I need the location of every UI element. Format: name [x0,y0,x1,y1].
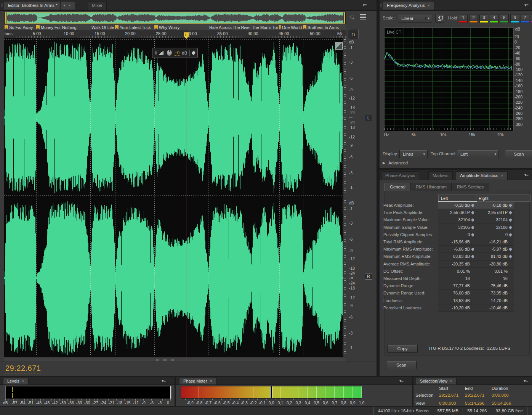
hold-button-3[interactable]: 3 [479,14,488,21]
stat-left-value[interactable]: 77,77 dB [438,282,476,290]
display-mode-icon[interactable] [360,14,366,19]
gain-hud[interactable]: +0 dB [152,48,198,58]
scrollbar-grip[interactable] [156,359,174,361]
advanced-label[interactable]: Advanced [388,161,408,165]
editor-tab-dropdown-icon[interactable]: ▼ [60,2,66,10]
subtab-general[interactable]: General [384,183,411,191]
copy-display-button[interactable] [435,14,444,23]
marker-flag-icon[interactable] [154,25,158,29]
tab-phase-analysis[interactable]: Phase Analysis [381,171,419,180]
tab-editor[interactable]: Editor: Brothers In Arms * ▼ × [4,1,75,10]
copy-stats-button[interactable]: Copy [387,345,418,353]
stat-right-value[interactable]: -32106 [476,224,514,231]
column-header-right[interactable]: Right [476,195,516,202]
hold-button-5[interactable]: 5 [500,14,509,21]
stat-right-value[interactable]: 73,95 dB [476,290,514,297]
pin-to-marker-icon[interactable] [509,204,513,208]
stat-left-value[interactable]: 2,55 dBTP [438,209,476,216]
gain-knob[interactable] [167,50,172,56]
marker-7[interactable]: One World [279,25,302,30]
pin-to-marker-icon[interactable] [471,255,475,259]
fade-out-handle[interactable] [335,42,343,50]
pin-to-marker-icon[interactable] [471,248,475,251]
tab-selection-view[interactable]: Selection/View × [416,378,457,384]
marker-flag-icon[interactable] [36,25,40,29]
stat-left-value[interactable]: -15,96 dB [438,238,476,246]
pin-to-marker-icon[interactable] [471,225,475,229]
subtab-rms-histogram[interactable]: RMS Histogram [410,183,452,191]
scale-dropdown[interactable]: Linear▼ [398,14,432,23]
phase-meter-bar[interactable] [181,386,362,399]
tab-mixer[interactable]: Mixer [88,1,107,10]
frequency-scan-button[interactable]: Scan [505,150,532,158]
pin-to-marker-icon[interactable] [471,218,475,222]
pin-to-marker-icon[interactable] [509,255,513,259]
tab-levels[interactable]: Levels × [3,378,29,384]
stats-panel-menu-icon[interactable]: ▾≡ [524,172,528,177]
pin-to-marker-icon[interactable] [509,218,513,222]
pin-to-marker-icon[interactable] [509,233,513,236]
levels-meter[interactable] [5,386,171,399]
frequency-panel-menu-icon[interactable]: ▾≡ [524,3,528,8]
stat-left-value[interactable]: -10,20 dB [438,304,476,312]
stat-right-value[interactable]: -81,42 dB [476,253,514,260]
stat-right-value[interactable]: 2,95 dBTP [476,209,514,216]
selview-view-end[interactable]: 55:14.266 [465,401,484,406]
marker-3[interactable]: Your Latest Trick [115,25,153,30]
frequency-plot[interactable]: Live CTI [384,27,514,131]
gain-value[interactable]: +0 [175,50,179,56]
selview-view-duration[interactable]: 55:14.266 [492,401,511,406]
pin-hud-icon[interactable] [191,51,196,55]
selection-view-panel-menu-icon[interactable]: ▾≡ [524,378,527,383]
tab-amplitude-statistics[interactable]: Amplitude Statistics × [456,171,508,180]
marker-5[interactable]: Ride Across The River [208,25,250,30]
marker-8[interactable]: Brothers In Arms [303,25,344,30]
stat-right-value[interactable]: -10,46 dB [476,304,514,312]
top-channel-dropdown[interactable]: Left▼ [457,150,499,158]
hold-button-6[interactable]: 6 [510,14,519,21]
display-dropdown[interactable]: Lines▼ [399,150,428,158]
editor-tab-close-icon[interactable]: × [69,3,71,8]
marker-0[interactable]: So Far Away [5,25,35,30]
hud-grip[interactable] [155,50,157,56]
selview-view-start[interactable]: 0:00.000 [439,401,456,406]
selection-view-close-icon[interactable]: × [450,379,452,383]
stat-right-value[interactable]: 32104 [476,216,514,224]
levels-panel-menu-icon[interactable]: ▾≡ [162,378,165,383]
marker-4[interactable]: Why Worry [154,25,207,30]
pin-to-marker-icon[interactable] [471,204,475,208]
stat-left-value[interactable]: -13,53 dB [438,297,476,304]
playhead-line[interactable] [186,38,186,357]
stat-right-value[interactable]: 0 [476,231,514,238]
hold-button-2[interactable]: 2 [469,14,478,21]
waveform-display[interactable] [4,38,343,357]
pin-to-marker-icon[interactable] [509,211,513,215]
hold-button-1[interactable]: 1 [459,14,468,21]
pin-to-marker-icon[interactable] [509,225,513,229]
stat-left-value[interactable]: -83,83 dB [438,253,476,260]
stat-right-value[interactable]: 16 [476,275,514,282]
channel-badge-left[interactable]: L [365,115,372,121]
pin-to-marker-icon[interactable] [471,233,475,236]
stat-left-value[interactable]: 16 [438,275,476,282]
stat-left-value[interactable]: -0,18 dB [438,202,476,209]
stat-right-value[interactable]: 75,46 dB [476,282,514,290]
waveform-overview[interactable] [5,12,346,24]
stat-right-value[interactable]: -5,97 dB [476,246,514,253]
phase-meter-close-icon[interactable]: × [210,379,212,383]
tab-markers[interactable]: Markers [428,171,453,180]
marker-flag-icon[interactable] [115,25,119,29]
marker-1[interactable]: Money For Nothing [36,25,89,30]
selview-selection-duration[interactable]: 0:00.000 [492,393,509,398]
marker-flag-icon[interactable] [279,25,281,29]
stats-scan-button[interactable]: Scan [386,361,417,369]
marker-flag-icon[interactable] [303,25,306,29]
selview-selection-start[interactable]: 29:22.671 [439,393,458,398]
marker-6[interactable]: The Man's Too [251,25,278,30]
stat-left-value[interactable]: 0 [438,231,476,238]
zoom-reset-overview-icon[interactable] [350,14,356,20]
amplitude-statistics-close-icon[interactable]: × [501,174,503,178]
stat-right-value[interactable]: -16,21 dB [476,238,514,246]
tab-frequency-analysis[interactable]: Frequency Analysis × [383,1,434,10]
timecode-display[interactable]: 29:22.671 [5,364,41,373]
